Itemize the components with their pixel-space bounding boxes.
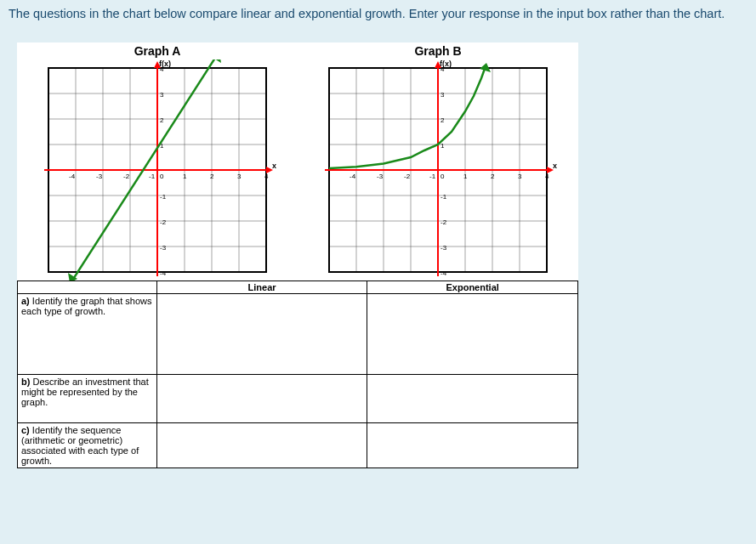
svg-text:0: 0 xyxy=(160,173,164,180)
svg-text:-2: -2 xyxy=(404,173,411,180)
svg-text:2: 2 xyxy=(210,173,214,180)
comparison-table: Linear Exponential a) Identify the graph… xyxy=(17,280,578,468)
header-exponential: Exponential xyxy=(367,281,578,294)
svg-text:4: 4 xyxy=(264,173,269,180)
svg-text:3: 3 xyxy=(441,91,445,99)
answer-b-linear xyxy=(156,375,367,423)
graph-a-title: Graph A xyxy=(17,42,298,60)
svg-text:4: 4 xyxy=(545,173,549,180)
svg-text:2: 2 xyxy=(160,116,164,124)
answer-b-exponential xyxy=(367,375,578,423)
graph-a-xlabel: x xyxy=(272,162,276,170)
svg-text:-3: -3 xyxy=(96,173,103,180)
svg-text:0: 0 xyxy=(441,173,445,180)
graph-b-plot: -4-3 -2-1 0 12 34 43 21 -1-2 -3-4 f(x) x xyxy=(310,60,566,280)
answer-c-exponential xyxy=(367,423,578,468)
svg-text:-1: -1 xyxy=(160,193,167,201)
svg-text:-1: -1 xyxy=(149,173,156,180)
answer-c-linear xyxy=(156,423,367,468)
graph-b-ylabel: f(x) xyxy=(440,60,452,68)
graph-a-ylabel: f(x) xyxy=(159,60,171,68)
header-blank xyxy=(18,281,157,294)
prompt-a: a) Identify the graph that shows each ty… xyxy=(18,294,157,375)
svg-text:-3: -3 xyxy=(160,244,167,252)
answer-a-linear xyxy=(156,294,367,375)
prompt-c: c) Identify the sequence (arithmetic or … xyxy=(18,423,157,468)
svg-text:-4: -4 xyxy=(69,173,76,180)
svg-text:-4: -4 xyxy=(160,269,167,277)
svg-text:-3: -3 xyxy=(441,244,447,252)
header-linear: Linear xyxy=(156,281,367,294)
answer-a-exponential xyxy=(367,294,578,375)
svg-text:-4: -4 xyxy=(350,173,356,180)
graph-b-xlabel: x xyxy=(553,162,557,170)
graph-a-block: Graph A xyxy=(17,42,298,280)
svg-text:-3: -3 xyxy=(377,173,384,180)
svg-text:1: 1 xyxy=(441,142,445,150)
svg-text:-1: -1 xyxy=(441,193,447,201)
svg-text:3: 3 xyxy=(160,91,164,99)
graph-b-title: Graph B xyxy=(298,42,578,60)
instruction-text: The questions in the chart below compare… xyxy=(9,7,747,20)
svg-text:-2: -2 xyxy=(441,218,447,226)
table-row: a) Identify the graph that shows each ty… xyxy=(18,294,578,375)
table-row: b) Describe an investment that might be … xyxy=(18,375,578,423)
svg-text:-1: -1 xyxy=(429,173,436,180)
table-row: c) Identify the sequence (arithmetic or … xyxy=(18,423,578,468)
graph-a-plot: -4-3 -2-1 0 12 34 43 21 -1-2 -3-4 f(x) x xyxy=(30,60,285,280)
svg-text:-4: -4 xyxy=(441,269,447,277)
table-header-row: Linear Exponential xyxy=(18,281,578,294)
svg-text:1: 1 xyxy=(463,173,468,180)
work-area: Graph A xyxy=(17,42,578,468)
graphs-row: Graph A xyxy=(17,42,578,280)
svg-text:-2: -2 xyxy=(123,173,130,180)
prompt-b: b) Describe an investment that might be … xyxy=(18,375,157,423)
svg-text:3: 3 xyxy=(237,173,242,180)
graph-b-block: Graph B xyxy=(298,42,578,280)
svg-text:2: 2 xyxy=(441,116,445,124)
svg-text:1: 1 xyxy=(183,173,187,180)
svg-text:2: 2 xyxy=(491,173,495,180)
svg-text:3: 3 xyxy=(518,173,522,180)
page: The questions in the chart below compare… xyxy=(0,0,756,544)
svg-text:-2: -2 xyxy=(160,218,167,226)
